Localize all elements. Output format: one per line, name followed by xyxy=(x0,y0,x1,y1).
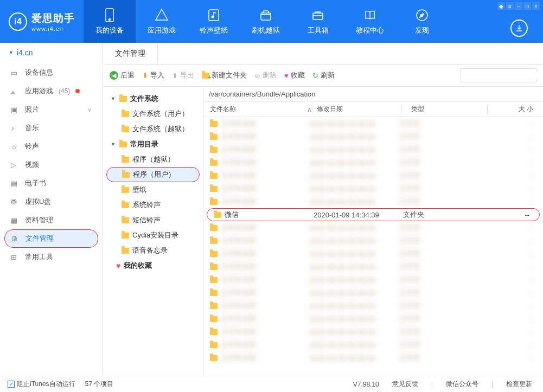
folder-icon: + xyxy=(202,73,209,79)
sidebar-item-9[interactable]: 🗎文件管理 xyxy=(4,229,98,248)
sidebar-item-4[interactable]: ☼铃声 xyxy=(4,137,98,156)
col-date[interactable]: 修改日期 xyxy=(317,105,401,114)
tree-fs-jailbreak[interactable]: 文件系统（越狱） xyxy=(103,121,203,137)
win-close-button[interactable]: × xyxy=(532,2,540,10)
update-link[interactable]: 检查更新 xyxy=(503,380,535,389)
tree-wallpaper[interactable]: 壁纸 xyxy=(103,182,203,197)
nav-flash[interactable]: 刷机越狱 xyxy=(240,0,292,43)
table-row[interactable]: 文件夹名称2020-00-00 00:00:00文件夹-- xyxy=(203,195,543,208)
side-icon: ▦ xyxy=(11,216,20,224)
table-row[interactable]: 文件夹名称2020-00-00 00:00:00文件夹-- xyxy=(203,299,543,312)
table-row[interactable]: 文件夹名称2020-00-00 00:00:00文件夹-- xyxy=(203,221,543,234)
table-row[interactable]: 文件夹名称2020-00-00 00:00:00文件夹-- xyxy=(203,286,543,299)
new-folder-button[interactable]: +新建文件夹 xyxy=(202,70,247,80)
table-row[interactable]: 文件夹名称2020-00-00 00:00:00文件夹-- xyxy=(203,234,543,247)
import-button[interactable]: ⬇导入 xyxy=(142,70,164,80)
tree-favorites[interactable]: ♥我的收藏 xyxy=(103,258,203,273)
folder-tree: ▼文件系统 文件系统（用户） 文件系统（越狱） ▼常用目录 程序（越狱） 程序（… xyxy=(103,87,203,376)
table-row-wechat[interactable]: 微信2020-01-09 14:34:39文件夹-- xyxy=(207,208,540,221)
sidebar-item-1[interactable]: ⟁应用游戏(45) xyxy=(4,82,98,100)
device-icon xyxy=(103,8,117,22)
table-row[interactable]: 文件夹名称2020-00-00 00:00:00文件夹-- xyxy=(203,182,543,195)
content-tabs: 文件管理 xyxy=(103,43,543,65)
nav-toolbox[interactable]: 工具箱 xyxy=(292,0,344,43)
col-size[interactable]: 大 小 xyxy=(492,105,543,114)
sidebar-item-6[interactable]: ▤电子书 xyxy=(4,174,98,192)
table-row[interactable]: 文件夹名称2020-00-00 00:00:00文件夹-- xyxy=(203,351,543,364)
win-theme-button[interactable]: ◆ xyxy=(497,2,505,10)
tree-system-ring[interactable]: 系统铃声 xyxy=(103,197,203,213)
export-icon: ⬆ xyxy=(172,72,178,80)
sidebar-item-3[interactable]: ♪音乐 xyxy=(4,119,98,137)
export-button[interactable]: ⬆导出 xyxy=(172,70,194,80)
nav-discover[interactable]: 发现 xyxy=(396,0,448,43)
folder-icon xyxy=(119,96,127,102)
tree-group-filesystem[interactable]: ▼文件系统 xyxy=(103,91,203,106)
table-row[interactable]: 文件夹名称2020-00-00 00:00:00文件夹-- xyxy=(203,143,543,156)
app-subtitle: www.i4.cn xyxy=(31,25,75,32)
app-header: i4 爱思助手 www.i4.cn 我的设备 应用游戏 铃声壁纸 刷机越狱 工具… xyxy=(0,0,543,43)
search-input[interactable]: 🔍 xyxy=(461,68,536,82)
device-sidebar: i4.cn ▭设备信息⟁应用游戏(45)▣照片∨♪音乐☼铃声▷视频▤电子书⛃虚拟… xyxy=(0,43,103,376)
itunes-checkbox[interactable]: ✓阻止iTunes自动运行 xyxy=(8,380,75,389)
nav-apps[interactable]: 应用游戏 xyxy=(136,0,188,43)
table-row[interactable]: 文件夹名称2020-00-00 00:00:00文件夹-- xyxy=(203,325,543,338)
table-row[interactable]: 文件夹名称2020-00-00 00:00:00文件夹-- xyxy=(203,130,543,143)
win-maximize-button[interactable]: □ xyxy=(523,2,531,10)
list-header: 文件名称∧ 修改日期 类型 大 小 xyxy=(203,102,543,117)
table-row[interactable]: 文件夹名称2020-00-00 00:00:00文件夹-- xyxy=(203,260,543,273)
device-name[interactable]: i4.cn xyxy=(0,43,103,62)
table-row[interactable]: 文件夹名称2020-00-00 00:00:00文件夹-- xyxy=(203,156,543,169)
sidebar-item-10[interactable]: ⊞常用工具 xyxy=(4,248,98,266)
side-icon: ☼ xyxy=(11,143,20,151)
tree-group-common[interactable]: ▼常用目录 xyxy=(103,137,203,152)
table-row[interactable]: 文件夹名称2020-00-00 00:00:00文件夹-- xyxy=(203,338,543,351)
tree-program-user[interactable]: 程序（用户） xyxy=(106,167,200,182)
refresh-button[interactable]: ↻刷新 xyxy=(312,70,335,80)
file-toolbar: ◀后退 ⬇导入 ⬆导出 +新建文件夹 ⊘删除 ♥收藏 ↻刷新 🔍 xyxy=(103,65,543,86)
delete-button[interactable]: ⊘删除 xyxy=(254,70,277,80)
folder-icon xyxy=(122,157,129,163)
col-type[interactable]: 类型 xyxy=(406,105,487,114)
compass-icon xyxy=(415,8,429,22)
tree-cydia[interactable]: Cydia安装目录 xyxy=(103,228,203,243)
win-minimize-button[interactable]: − xyxy=(515,2,522,10)
tab-file-manager[interactable]: 文件管理 xyxy=(103,43,158,64)
table-row[interactable]: 文件夹名称2020-00-00 00:00:00文件夹-- xyxy=(203,169,543,182)
nav-my-device[interactable]: 我的设备 xyxy=(84,0,136,43)
svg-point-1 xyxy=(109,18,111,20)
col-name[interactable]: 文件名称∧ xyxy=(203,105,312,114)
window-controls: ◆ ≡ − □ × xyxy=(497,2,540,10)
path-bar[interactable]: /var/containers/Bundle/Application xyxy=(203,87,543,102)
folder-icon xyxy=(122,217,129,223)
svg-rect-4 xyxy=(261,13,271,20)
table-row[interactable]: 文件夹名称2020-00-00 00:00:00文件夹-- xyxy=(203,117,543,130)
tree-voicememo[interactable]: 语音备忘录 xyxy=(103,243,203,258)
back-button[interactable]: ◀后退 xyxy=(110,70,135,80)
feedback-link[interactable]: 意见反馈 xyxy=(389,380,421,389)
side-icon: ▣ xyxy=(11,106,20,114)
nav-tutorial[interactable]: 教程中心 xyxy=(344,0,396,43)
side-icon: 🗎 xyxy=(11,235,20,243)
tree-sms-ring[interactable]: 短信铃声 xyxy=(103,213,203,228)
sidebar-item-8[interactable]: ▦资料管理 xyxy=(4,211,98,229)
table-row[interactable]: 文件夹名称2020-00-00 00:00:00文件夹-- xyxy=(203,312,543,325)
sidebar-item-7[interactable]: ⛃虚拟U盘 xyxy=(4,192,98,211)
win-menu-button[interactable]: ≡ xyxy=(506,2,514,10)
search-field[interactable] xyxy=(464,72,543,79)
refresh-icon: ↻ xyxy=(312,72,318,80)
wechat-link[interactable]: 微信公众号 xyxy=(443,380,482,389)
table-row[interactable]: 文件夹名称2020-00-00 00:00:00文件夹-- xyxy=(203,273,543,286)
nav-wallpaper[interactable]: 铃声壁纸 xyxy=(188,0,240,43)
table-row[interactable]: 文件夹名称2020-00-00 00:00:00文件夹-- xyxy=(203,247,543,260)
side-icon: ⊞ xyxy=(11,253,20,261)
download-button[interactable] xyxy=(510,20,528,37)
sidebar-item-2[interactable]: ▣照片∨ xyxy=(4,100,98,119)
tree-fs-user[interactable]: 文件系统（用户） xyxy=(103,106,203,121)
tree-program-jb[interactable]: 程序（越狱） xyxy=(103,152,203,167)
chevron-down-icon: ∨ xyxy=(87,106,92,113)
back-icon: ◀ xyxy=(110,71,118,80)
sidebar-item-0[interactable]: ▭设备信息 xyxy=(4,63,98,82)
sidebar-item-5[interactable]: ▷视频 xyxy=(4,156,98,174)
fav-button[interactable]: ♥收藏 xyxy=(284,70,305,80)
